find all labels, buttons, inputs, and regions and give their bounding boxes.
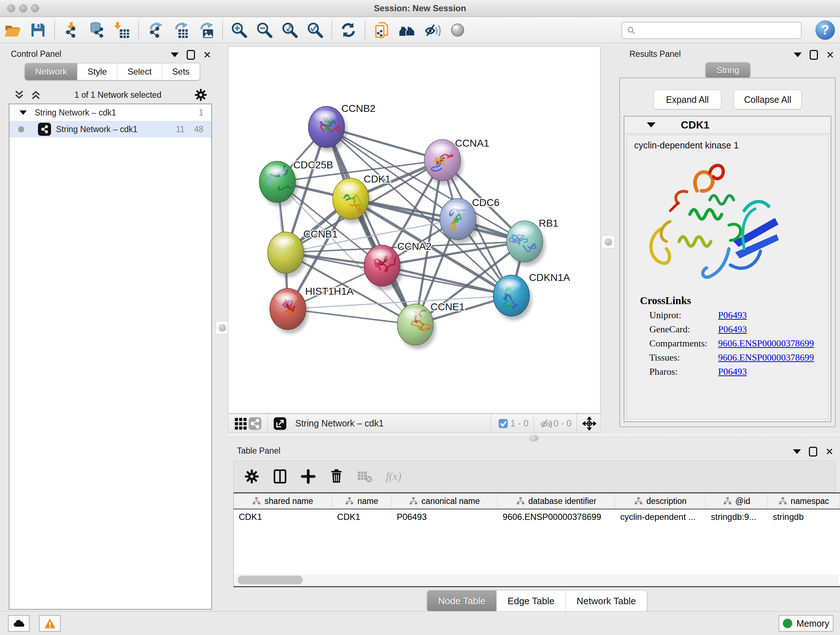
table-cell[interactable]: CDK1 <box>332 509 392 524</box>
sphere-icon[interactable] <box>448 21 467 40</box>
gear-icon[interactable] <box>194 88 208 102</box>
network-tree-row[interactable]: String Network – cdk1 11 48 <box>9 121 211 138</box>
hide-show-icon[interactable] <box>423 21 442 40</box>
column-header-name[interactable]: name <box>332 494 392 509</box>
home-icon[interactable] <box>398 21 416 40</box>
horizontal-splitter-handle[interactable] <box>529 435 538 441</box>
table-row[interactable]: CDK1CDK1P064939606.ENSP00000378699cyclin… <box>234 509 840 524</box>
add-column-icon[interactable] <box>298 466 318 486</box>
node-label-CCNB2: CCNB2 <box>341 103 376 114</box>
node-table[interactable]: shared name name canonical name database… <box>233 492 840 587</box>
network-node-CCNE1[interactable] <box>397 304 436 349</box>
network-node-CCNA2[interactable] <box>364 245 403 290</box>
import-table-icon[interactable] <box>112 21 131 40</box>
column-label: description <box>646 496 687 506</box>
expand-all-icon[interactable] <box>30 89 42 101</box>
table-cell[interactable]: CDK1 <box>234 509 332 524</box>
trash-icon[interactable] <box>326 466 347 486</box>
close-panel-icon[interactable]: ✕ <box>825 448 834 455</box>
scrollbar-thumb[interactable] <box>238 576 303 584</box>
refresh-layout-icon[interactable] <box>339 21 358 40</box>
collapse-all-icon[interactable] <box>13 89 25 101</box>
title-bar: Session: New Session <box>0 0 840 17</box>
import-database-icon[interactable] <box>87 21 106 40</box>
selected-checkbox-icon[interactable] <box>496 416 510 431</box>
network-node-CDKN1A[interactable] <box>493 275 532 320</box>
gene-name: CDK1 <box>681 119 709 131</box>
table-cell[interactable]: 9606.ENSP00000378699 <box>498 509 615 524</box>
crosslink-link[interactable]: P06493 <box>718 366 747 377</box>
float-panel-icon[interactable] <box>809 447 817 456</box>
warning-button[interactable] <box>39 615 61 632</box>
zoom-fit-icon[interactable] <box>280 21 299 40</box>
zoom-in-icon[interactable] <box>230 21 248 40</box>
open-session-icon[interactable] <box>3 21 22 40</box>
zoom-selected-icon[interactable] <box>306 21 325 40</box>
network-canvas[interactable]: CCNB2CCNA1CDC25BCDK1CDC6RB1CCNB1CCNA2CDK… <box>228 46 600 413</box>
expand-node-icon[interactable] <box>19 111 27 115</box>
search-input[interactable] <box>639 23 801 38</box>
panel-menu-icon[interactable] <box>794 52 802 57</box>
grid-view-icon[interactable] <box>233 416 248 431</box>
share-view-icon[interactable] <box>248 416 262 431</box>
tab-edge-table[interactable]: Edge Table <box>496 591 565 611</box>
fit-selected-icon[interactable] <box>582 416 597 431</box>
tab-node-table[interactable]: Node Table <box>427 591 496 611</box>
expand-all-button[interactable]: Expand All <box>653 90 722 109</box>
columns-icon[interactable] <box>270 466 290 486</box>
network-node-CDK1[interactable] <box>332 178 371 223</box>
zoom-out-icon[interactable] <box>255 21 274 40</box>
export-table-icon[interactable] <box>171 21 190 40</box>
panel-menu-icon[interactable] <box>793 449 801 454</box>
save-session-icon[interactable] <box>28 21 47 40</box>
tab-select[interactable]: Select <box>117 63 162 80</box>
column-header-canonical-name[interactable]: canonical name <box>392 494 498 509</box>
column-header-description[interactable]: description <box>615 494 706 509</box>
tab-network-table[interactable]: Network Table <box>565 591 647 611</box>
close-panel-icon[interactable]: ✕ <box>203 51 211 59</box>
crosslink-label: Tissues: <box>649 352 718 363</box>
close-panel-icon[interactable]: ✕ <box>826 51 834 59</box>
table-horizontal-scrollbar[interactable] <box>234 574 839 586</box>
help-button[interactable]: ? <box>815 20 835 40</box>
network-tree-row[interactable]: String Network – cdk1 1 <box>9 104 211 121</box>
copy-documents-icon[interactable] <box>372 21 391 40</box>
column-header--id[interactable]: @id <box>706 494 767 509</box>
right-splitter-handle[interactable] <box>602 235 615 249</box>
panel-menu-icon[interactable] <box>171 52 179 57</box>
export-network-icon[interactable] <box>146 21 164 40</box>
tab-style[interactable]: Style <box>77 63 117 80</box>
column-header-shared-name[interactable]: shared name <box>234 494 332 509</box>
table-cell[interactable]: stringdb <box>767 509 840 524</box>
results-tab-string[interactable]: String <box>706 62 750 78</box>
left-splitter-handle[interactable] <box>216 321 229 334</box>
column-header-database-identifier[interactable]: database identifier <box>498 494 615 509</box>
crosslink-link[interactable]: 9606.ENSP00000378699 <box>718 352 814 363</box>
table-cell[interactable]: stringdb:9... <box>706 509 767 524</box>
crosslink-link[interactable]: 9606.ENSP00000378699 <box>718 338 814 349</box>
float-panel-icon[interactable] <box>187 50 195 60</box>
table-cell[interactable]: P06493 <box>392 509 498 524</box>
crosslink-link[interactable]: P06493 <box>718 310 747 321</box>
float-panel-icon[interactable] <box>810 50 818 60</box>
collapse-all-button[interactable]: Collapse All <box>734 90 802 109</box>
crosslink-row: GeneCard: P06493 <box>649 324 828 335</box>
search-field[interactable] <box>622 22 802 39</box>
network-graph[interactable]: CCNB2CCNA1CDC25BCDK1CDC6RB1CCNB1CCNA2CDK… <box>228 47 600 413</box>
gene-section-header[interactable]: CDK1 <box>624 117 831 134</box>
crosslink-link[interactable]: P06493 <box>718 324 747 335</box>
network-node-CDC25B[interactable] <box>259 161 298 206</box>
import-network-icon[interactable] <box>62 21 81 40</box>
network-node-HIST1H1A[interactable] <box>270 288 309 334</box>
column-header-namespac[interactable]: namespac <box>767 494 840 509</box>
memory-button[interactable]: Memory <box>778 615 834 632</box>
export-image-icon[interactable] <box>196 21 215 40</box>
cloud-button[interactable] <box>8 615 30 632</box>
tab-network[interactable]: Network <box>25 63 77 80</box>
table-cell[interactable]: cyclin-dependent ... <box>615 509 706 524</box>
tab-sets[interactable]: Sets <box>162 63 200 80</box>
gear-icon[interactable] <box>242 466 262 486</box>
collapse-section-icon[interactable] <box>647 122 655 127</box>
external-view-icon[interactable] <box>273 416 287 431</box>
hidden-eye-icon[interactable] <box>539 416 554 431</box>
